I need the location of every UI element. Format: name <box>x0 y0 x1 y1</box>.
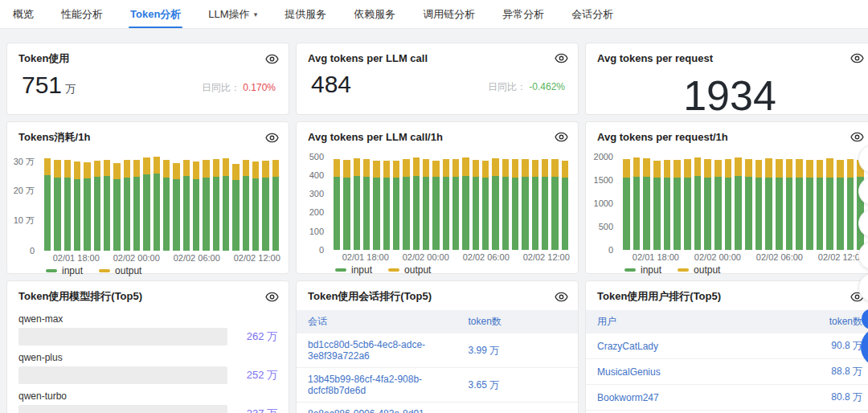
stacked-bar[interactable] <box>704 159 711 250</box>
stacked-bar[interactable] <box>74 162 80 251</box>
stacked-bar[interactable] <box>54 160 60 251</box>
tab-token-analysis[interactable]: Token分析 <box>129 0 182 28</box>
stacked-bar[interactable] <box>857 160 864 250</box>
column-header-session[interactable]: 会话 <box>297 310 457 333</box>
tab-llm-operations[interactable]: LLM操作▾ <box>207 0 259 28</box>
legend-item[interactable]: output <box>388 264 431 276</box>
stacked-bar[interactable] <box>725 159 732 250</box>
stacked-bar[interactable] <box>354 158 360 250</box>
stacked-bar[interactable] <box>643 158 650 250</box>
tab-provided-services[interactable]: 提供服务 <box>283 0 328 28</box>
stacked-bar[interactable] <box>786 159 793 250</box>
stacked-bar[interactable] <box>443 159 449 250</box>
stacked-bar[interactable] <box>252 162 259 251</box>
eye-icon[interactable] <box>555 130 568 144</box>
stacked-bar[interactable] <box>623 159 630 250</box>
stacked-bar[interactable] <box>403 159 409 250</box>
user-link[interactable]: MusicalGenius <box>586 359 730 385</box>
stacked-bar[interactable] <box>383 161 390 250</box>
stacked-bar[interactable] <box>124 160 130 251</box>
stacked-bar[interactable] <box>44 158 51 251</box>
stacked-bar[interactable] <box>837 160 844 250</box>
eye-icon[interactable] <box>265 131 279 145</box>
eye-icon[interactable] <box>265 52 279 66</box>
stacked-bar[interactable] <box>735 157 742 250</box>
eye-icon[interactable] <box>850 51 864 65</box>
rank-bar[interactable] <box>18 405 207 413</box>
stacked-bar[interactable] <box>203 160 209 251</box>
user-link[interactable]: CrazyCatLady <box>586 333 730 359</box>
stacked-bar[interactable] <box>423 159 429 250</box>
stacked-bar[interactable] <box>393 161 399 250</box>
stacked-bar[interactable] <box>653 161 661 250</box>
stacked-bar[interactable] <box>694 157 702 250</box>
stacked-bar-chart[interactable]: 050010001500200002/01 18:0002/02 00:0002… <box>586 153 868 276</box>
tab-trace-analysis[interactable]: 调用链分析 <box>421 0 477 28</box>
stacked-bar[interactable] <box>745 159 752 250</box>
stacked-bar[interactable] <box>817 160 824 250</box>
stacked-bar[interactable] <box>154 157 160 251</box>
tab-overview[interactable]: 概览 <box>11 0 35 28</box>
eye-icon[interactable] <box>265 290 279 304</box>
tab-exception-analysis[interactable]: 异常分析 <box>501 0 546 28</box>
stacked-bar[interactable] <box>776 159 783 250</box>
stacked-bar[interactable] <box>373 161 379 250</box>
stacked-bar[interactable] <box>183 160 190 251</box>
legend-item[interactable]: input <box>46 265 83 276</box>
legend-item[interactable]: input <box>624 264 661 276</box>
stacked-bar-chart[interactable]: 010020030040050002/01 18:0002/02 00:0002… <box>297 153 578 276</box>
stacked-bar[interactable] <box>133 160 140 251</box>
stacked-bar[interactable] <box>482 161 489 250</box>
stacked-bar[interactable] <box>143 157 149 251</box>
stacked-bar[interactable] <box>633 157 641 250</box>
stacked-bar[interactable] <box>232 164 239 251</box>
stacked-bar[interactable] <box>542 159 548 250</box>
stacked-bar[interactable] <box>343 160 350 250</box>
stacked-bar[interactable] <box>113 163 120 251</box>
legend-item[interactable]: output <box>99 265 141 276</box>
stacked-bar[interactable] <box>64 160 71 251</box>
stacked-bar[interactable] <box>664 160 671 250</box>
stacked-bar[interactable] <box>104 160 110 251</box>
session-id-link[interactable]: 13b45b99-86cf-4fa2-908b-dcfcf8b7de6d <box>297 368 457 403</box>
session-id-link[interactable]: bd1cc80d-5cb6-4ec8-adce-3e8f39a722a6 <box>297 333 457 368</box>
column-header-tokens[interactable]: token数 <box>730 310 868 333</box>
stacked-bar[interactable] <box>473 160 479 250</box>
column-header-tokens[interactable]: token数 <box>457 310 579 333</box>
stacked-bar[interactable] <box>847 159 854 250</box>
stacked-bar[interactable] <box>674 160 681 250</box>
rank-bar[interactable] <box>18 328 227 346</box>
rank-bar[interactable] <box>18 366 219 384</box>
stacked-bar[interactable] <box>551 159 558 250</box>
stacked-bar[interactable] <box>223 158 229 251</box>
stacked-bar[interactable] <box>452 159 459 250</box>
stacked-bar[interactable] <box>272 160 279 251</box>
stacked-bar[interactable] <box>243 160 249 251</box>
stacked-bar[interactable] <box>502 159 509 250</box>
tab-dependent-services[interactable]: 依赖服务 <box>352 0 397 28</box>
stacked-bar[interactable] <box>462 157 469 250</box>
stacked-bar[interactable] <box>826 158 833 250</box>
stacked-bar[interactable] <box>512 159 518 250</box>
stacked-bar[interactable] <box>193 162 199 251</box>
stacked-bar[interactable] <box>492 158 498 250</box>
eye-icon[interactable] <box>555 51 568 65</box>
eye-icon[interactable] <box>555 290 568 304</box>
stacked-bar[interactable] <box>714 160 722 250</box>
stacked-bar[interactable] <box>163 160 170 251</box>
stacked-bar[interactable] <box>532 160 538 250</box>
stacked-bar[interactable] <box>522 159 528 250</box>
stacked-bar[interactable] <box>806 160 813 250</box>
stacked-bar[interactable] <box>334 159 340 250</box>
stacked-bar-chart[interactable]: 010 万20 万30 万02/01 18:0002/02 00:0002/02… <box>7 154 289 276</box>
stacked-bar[interactable] <box>755 160 763 250</box>
stacked-bar[interactable] <box>413 157 420 250</box>
legend-item[interactable]: output <box>678 264 720 276</box>
user-link[interactable]: Bookworm247 <box>586 385 730 411</box>
user-link[interactable]: SoccerChamp22 <box>586 411 730 413</box>
session-id-link[interactable]: 8e8ac886-0906-483a-8d91-1c229e1e00ac <box>297 403 457 413</box>
tab-performance-analysis[interactable]: 性能分析 <box>59 0 104 28</box>
stacked-bar[interactable] <box>562 161 568 250</box>
stacked-bar[interactable] <box>173 163 179 251</box>
stacked-bar[interactable] <box>796 159 803 250</box>
